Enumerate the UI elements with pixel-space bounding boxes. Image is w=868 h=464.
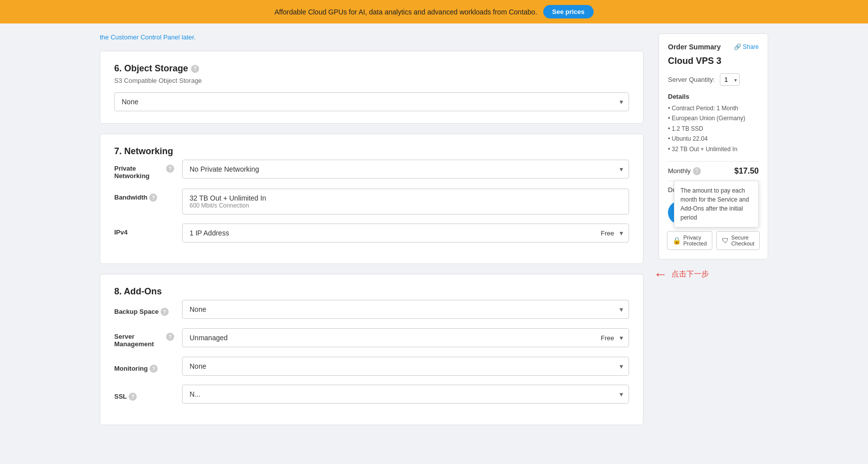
ipv4-select-wrapper: 1 IP Address Free ▾ <box>182 224 629 242</box>
ssl-select-wrapper: N... ▾ <box>182 385 629 404</box>
object-storage-help-icon[interactable]: ? <box>191 65 199 73</box>
object-storage-select[interactable]: None <box>114 92 629 111</box>
ssl-label: SSL ? <box>114 388 174 401</box>
shield-icon: 🛡 <box>722 236 729 244</box>
backup-space-help-icon[interactable]: ? <box>161 308 169 316</box>
ipv4-control: 1 IP Address Free ▾ <box>182 224 629 242</box>
ssl-help-icon[interactable]: ? <box>129 393 137 401</box>
addons-section: 8. Add-Ons Backup Space ? None ▾ <box>100 274 644 425</box>
details-section: Details Contract Period: 1 Month Europea… <box>668 93 759 154</box>
detail-item: Ubuntu 22.04 <box>668 134 759 144</box>
private-networking-help-icon[interactable]: ? <box>166 165 174 173</box>
ssl-control: N... ▾ <box>182 385 629 404</box>
monitoring-select-wrapper: None ▾ <box>182 357 629 376</box>
order-summary-title: Order Summary <box>668 43 721 51</box>
see-prices-button[interactable]: See prices <box>543 5 594 18</box>
bandwidth-control: 32 TB Out + Unlimited In 600 Mbit/s Conn… <box>182 189 629 215</box>
detail-item: Contract Period: 1 Month <box>668 103 759 113</box>
link-icon: 🔗 <box>734 43 741 50</box>
details-list: Contract Period: 1 Month European Union … <box>668 103 759 154</box>
quantity-select-wrapper: 1 2 3 <box>720 73 740 86</box>
backup-space-select[interactable]: None <box>182 300 629 319</box>
object-storage-section: 6. Object Storage ? S3 Compatible Object… <box>100 51 644 124</box>
divider <box>668 161 759 162</box>
private-networking-select-wrapper: No Private Networking ▾ <box>182 160 629 179</box>
object-storage-subtitle: S3 Compatible Object Storage <box>114 77 629 84</box>
backup-space-row: Backup Space ? None ▾ <box>114 300 629 319</box>
quantity-row: Server Quantity: 1 2 3 <box>668 73 759 86</box>
ipv4-row: IPv4 1 IP Address Free ▾ <box>114 224 629 242</box>
bandwidth-main-text: 32 TB Out + Unlimited In <box>190 194 622 202</box>
annotation-container: ← 点击下一步 <box>653 266 768 282</box>
monitoring-control: None ▾ <box>182 357 629 376</box>
private-networking-row: Private Networking ? No Private Networki… <box>114 160 629 180</box>
detail-item: 32 TB Out + Unlimited In <box>668 144 759 154</box>
ssl-select[interactable]: N... <box>182 385 629 404</box>
backup-space-control: None ▾ <box>182 300 629 319</box>
private-networking-control: No Private Networking ▾ <box>182 160 629 179</box>
secure-badge-text: Secure Checkout <box>731 234 754 246</box>
cloud-vps-title: Cloud VPS 3 <box>668 56 759 66</box>
chinese-annotation: 点击下一步 <box>671 269 709 279</box>
server-management-select-wrapper: Unmanaged Free ▾ <box>182 328 629 347</box>
order-summary-header: Order Summary 🔗 Share <box>668 43 759 51</box>
object-storage-select-wrapper: None ▾ <box>114 92 629 111</box>
red-arrow-icon: ← <box>653 266 667 282</box>
bandwidth-help-icon[interactable]: ? <box>149 194 157 202</box>
bandwidth-sub-text: 600 Mbit/s Connection <box>190 202 622 209</box>
main-content: the Customer Control Panel later. 6. Obj… <box>100 33 644 435</box>
backup-space-label: Backup Space ? <box>114 303 174 316</box>
server-management-select[interactable]: Unmanaged <box>182 328 629 347</box>
top-note: the Customer Control Panel later. <box>100 33 644 41</box>
ipv4-select[interactable]: 1 IP Address <box>182 224 629 242</box>
monthly-tooltip: The amount to pay each month for the Ser… <box>674 181 759 228</box>
server-management-control: Unmanaged Free ▾ <box>182 328 629 347</box>
sidebar: Order Summary 🔗 Share Cloud VPS 3 Server… <box>658 33 768 435</box>
secure-checkout-badge: 🛡 Secure Checkout <box>716 231 760 250</box>
privacy-badge: 🔒 Privacy Protected <box>667 231 712 250</box>
share-link[interactable]: 🔗 Share <box>734 43 759 50</box>
server-management-row: Server Management ? Unmanaged Free ▾ <box>114 328 629 348</box>
monthly-help-icon[interactable]: ? <box>693 167 701 175</box>
monthly-value: $17.50 <box>734 167 759 176</box>
server-management-label: Server Management ? <box>114 328 174 348</box>
networking-title: 7. Networking <box>114 146 629 157</box>
banner-text: Affordable Cloud GPUs for AI, data analy… <box>274 8 537 16</box>
quantity-select[interactable]: 1 2 3 <box>720 73 740 86</box>
monitoring-select[interactable]: None <box>182 357 629 376</box>
detail-item: 1.2 TB SSD <box>668 124 759 134</box>
top-banner: Affordable Cloud GPUs for AI, data analy… <box>0 0 868 23</box>
object-storage-title: 6. Object Storage ? <box>114 63 629 74</box>
private-networking-select[interactable]: No Private Networking <box>182 160 629 179</box>
ssl-row: SSL ? N... ▾ <box>114 385 629 404</box>
privacy-badge-text: Privacy Protected <box>683 234 707 246</box>
addons-title: 8. Add-Ons <box>114 286 629 297</box>
bandwidth-box: 32 TB Out + Unlimited In 600 Mbit/s Conn… <box>182 189 629 215</box>
networking-section: 7. Networking Private Networking ? No Pr… <box>100 134 644 264</box>
detail-item: European Union (Germany) <box>668 113 759 123</box>
details-title: Details <box>668 93 759 100</box>
bandwidth-row: Bandwidth ? 32 TB Out + Unlimited In 600… <box>114 189 629 215</box>
monitoring-row: Monitoring ? None ▾ <box>114 357 629 376</box>
monthly-label: Monthly ? <box>668 167 701 175</box>
bandwidth-label: Bandwidth ? <box>114 189 174 202</box>
private-networking-label: Private Networking ? <box>114 160 174 180</box>
backup-space-select-wrapper: None ▾ <box>182 300 629 319</box>
lock-icon: 🔒 <box>672 236 681 244</box>
monitoring-label: Monitoring ? <box>114 360 174 373</box>
trust-badges: 🔒 Privacy Protected 🛡 Secure Checkout <box>668 231 759 250</box>
server-management-help-icon[interactable]: ? <box>166 333 174 341</box>
monthly-price-row: Monthly ? $17.50 The amount to pay each … <box>668 167 759 176</box>
order-summary-box: Order Summary 🔗 Share Cloud VPS 3 Server… <box>658 33 768 259</box>
ipv4-label: IPv4 <box>114 224 174 236</box>
quantity-label: Server Quantity: <box>668 76 715 83</box>
monitoring-help-icon[interactable]: ? <box>150 365 158 373</box>
